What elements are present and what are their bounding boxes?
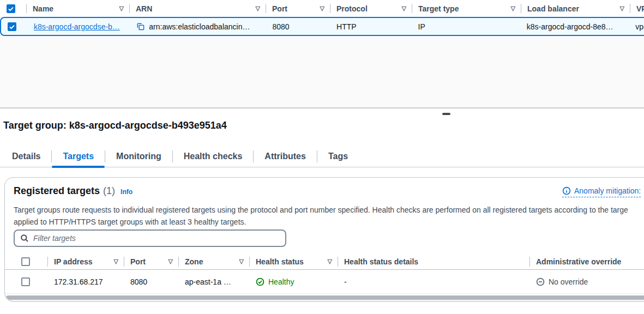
select-all-checkbox[interactable] (7, 4, 15, 13)
info-link[interactable]: Info (121, 188, 133, 196)
admin-override-badge: No override (536, 277, 588, 286)
column-label: Name (33, 4, 53, 13)
tab-attributes[interactable]: Attributes (254, 146, 317, 167)
ip-address-text: 172.31.68.217 (54, 277, 103, 286)
filter-targets-box (14, 230, 286, 247)
zone-text: ap-east-1a … (185, 277, 231, 286)
target-group-row-selected: k8s-argocd-argocdse-b… arn:aws:elasticlo… (0, 17, 644, 36)
column-header-target-type: Target type ▽ (412, 0, 521, 17)
row-select-cell (1, 18, 27, 35)
search-icon (20, 234, 29, 243)
column-label: Health status details (344, 257, 418, 266)
column-label: Port (272, 4, 287, 13)
tab-label: Health checks (184, 152, 243, 161)
page-title: Target group: k8s-argocd-argocdse-b493e9… (3, 120, 227, 131)
aws-target-group-screen: Name ▽ ARN ▽ Port ▽ Protocol ▽ Target ty… (0, 0, 644, 314)
protocol-text: HTTP (336, 22, 357, 31)
sort-icon[interactable]: ▽ (402, 5, 406, 12)
health-status-text: Healthy (268, 277, 294, 286)
target-groups-list-panel: Name ▽ ARN ▽ Port ▽ Protocol ▽ Target ty… (0, 0, 644, 108)
copy-arn-button[interactable] (136, 22, 145, 31)
tab-label: Details (12, 152, 40, 161)
column-header-arn: ARN ▽ (129, 0, 266, 17)
copy-icon (136, 22, 145, 31)
arn-text: arn:aws:elasticloadbalancin… (149, 22, 250, 31)
filter-targets-input[interactable] (33, 234, 280, 243)
port-text: 8080 (130, 277, 147, 286)
column-label: ARN (136, 4, 152, 13)
column-label: Load balancer (527, 4, 579, 13)
sort-icon[interactable]: ▽ (114, 258, 118, 265)
detail-tabs: Details Targets Monitoring Health checks… (0, 146, 644, 167)
sort-icon[interactable]: ▽ (239, 258, 244, 265)
row-checkbox[interactable] (21, 277, 30, 286)
column-label: VPC (636, 4, 644, 13)
tab-targets[interactable]: Targets (52, 146, 105, 167)
admin-override-text: No override (549, 277, 588, 286)
tab-label: Targets (63, 152, 94, 161)
select-all-checkbox[interactable] (21, 257, 30, 266)
target-groups-table: Name ▽ ARN ▽ Port ▽ Protocol ▽ Target ty… (0, 0, 644, 36)
column-header-health-status-details: Health status details (338, 253, 529, 269)
load-balancer-text: k8s-argocd-argocd-8e8… (527, 22, 613, 31)
no-override-minus-circle-icon (536, 277, 545, 286)
target-group-name-link[interactable]: k8s-argocd-argocdse-b… (34, 22, 120, 31)
column-header-health-status: Health status ▽ (249, 253, 338, 269)
split-panel-drag-handle[interactable] (442, 113, 450, 115)
target-groups-table-header: Name ▽ ARN ▽ Port ▽ Protocol ▽ Target ty… (0, 0, 644, 17)
tab-monitoring[interactable]: Monitoring (105, 146, 172, 167)
port-text: 8080 (272, 22, 289, 31)
anomaly-mitigation-label: Anomaly mitigation: (574, 186, 641, 195)
target-count: (1) (103, 185, 115, 197)
anomaly-mitigation-link[interactable]: Anomaly mitigation: (562, 186, 641, 197)
column-label: Health status (256, 257, 304, 266)
column-header-ip-address: IP address ▽ (47, 253, 124, 269)
cell-name: k8s-argocd-argocdse-b… (27, 18, 130, 35)
registered-targets-card: Registered targets (1) Info Anomaly miti… (4, 177, 644, 301)
description-line-2: applied to HTTP/HTTPS target groups with… (14, 216, 644, 228)
vpc-text: vpc-… (635, 22, 644, 31)
row-select-cell (5, 270, 47, 293)
card-header: Registered targets (1) Info (14, 185, 133, 197)
header-select-all-cell (5, 253, 47, 269)
cell-administrative-override: No override (529, 270, 644, 293)
target-row: 172.31.68.217 8080 ap-east-1a … Healthy (5, 270, 644, 294)
sort-icon[interactable]: ▽ (256, 5, 260, 12)
sort-icon[interactable]: ▽ (620, 5, 624, 12)
sort-icon[interactable]: ▽ (168, 258, 173, 265)
sort-icon[interactable]: ▽ (328, 258, 332, 265)
health-status-badge: Healthy (256, 277, 294, 286)
health-details-text: - (344, 277, 347, 286)
cell-zone: ap-east-1a … (178, 270, 249, 293)
column-header-port: Port ▽ (124, 253, 178, 269)
row-checkbox[interactable] (8, 22, 16, 31)
description-text: Target groups route requests to individu… (14, 204, 644, 228)
tab-label: Attributes (264, 152, 306, 161)
sort-icon[interactable]: ▽ (320, 5, 324, 12)
column-header-zone: Zone ▽ (178, 253, 249, 269)
cell-health-status: Healthy (249, 270, 338, 293)
cell-protocol: HTTP (330, 18, 412, 35)
tab-label: Tags (328, 152, 348, 161)
column-label: Administrative override (536, 257, 621, 266)
cell-load-balancer: k8s-argocd-argocd-8e8… (520, 18, 629, 35)
column-header-port: Port ▽ (266, 0, 330, 17)
tab-details[interactable]: Details (1, 146, 51, 167)
tab-tags[interactable]: Tags (317, 146, 359, 167)
description-line-1: Target groups route requests to individu… (14, 204, 644, 216)
target-type-text: IP (418, 22, 425, 31)
targets-table: IP address ▽ Port ▽ Zone ▽ Health status… (5, 253, 644, 294)
column-header-load-balancer: Load balancer ▽ (521, 0, 630, 17)
cell-arn: arn:aws:elasticloadbalancin… (130, 18, 266, 35)
column-label: IP address (54, 257, 93, 266)
horizontal-scrollbar[interactable] (6, 295, 644, 300)
info-circle-icon (562, 186, 571, 195)
targets-table-header: IP address ▽ Port ▽ Zone ▽ Health status… (5, 253, 644, 270)
column-header-vpc: VPC (630, 0, 644, 17)
sort-icon[interactable]: ▽ (511, 5, 515, 12)
sort-icon[interactable]: ▽ (119, 5, 124, 12)
cell-ip-address: 172.31.68.217 (47, 270, 124, 293)
column-label: Zone (185, 257, 203, 266)
tab-health-checks[interactable]: Health checks (173, 146, 254, 167)
cell-health-status-details: - (338, 270, 529, 293)
